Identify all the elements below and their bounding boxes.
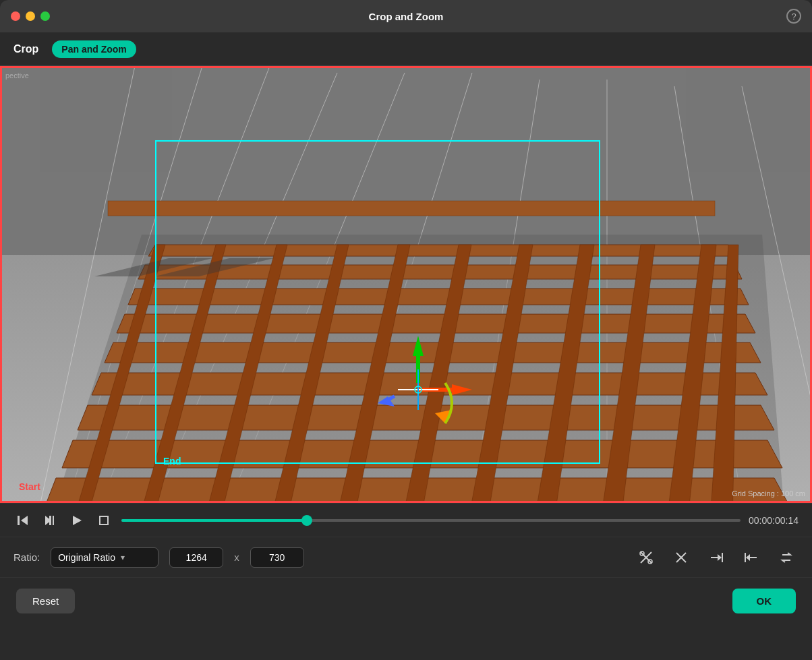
- timeline-track[interactable]: [121, 519, 741, 522]
- scene-svg: [0, 66, 812, 503]
- svg-marker-66: [746, 554, 750, 561]
- timeline-container: [121, 519, 741, 522]
- svg-marker-54: [73, 516, 82, 525]
- stop-button[interactable]: [94, 511, 113, 530]
- svg-rect-55: [100, 516, 108, 524]
- reset-button[interactable]: Reset: [16, 589, 75, 613]
- trim-right-button[interactable]: [704, 545, 728, 570]
- titlebar: Crop and Zoom ?: [0, 0, 812, 32]
- transport-bar: 00:00:00:14: [0, 503, 812, 537]
- svg-marker-19: [117, 314, 755, 333]
- svg-rect-53: [53, 516, 54, 525]
- height-input[interactable]: [250, 547, 304, 568]
- svg-marker-18: [128, 289, 749, 305]
- action-bar: Reset OK: [0, 577, 812, 624]
- grid-spacing-label: Grid Spacing : 100 cm: [732, 489, 805, 498]
- perspective-label: pective: [5, 71, 29, 80]
- width-input[interactable]: [169, 547, 223, 568]
- toolbar: Crop Pan and Zoom: [0, 32, 812, 66]
- close-x-button[interactable]: [669, 545, 693, 570]
- close-button[interactable]: [11, 11, 20, 21]
- timeline-fill: [121, 519, 307, 522]
- svg-rect-14: [108, 201, 715, 216]
- traffic-lights: [11, 11, 50, 21]
- trim-left-button[interactable]: [739, 545, 763, 570]
- ratio-bar: Ratio: Original Ratio ▾ x: [0, 537, 812, 577]
- timecode: 00:00:00:14: [749, 515, 799, 526]
- svg-marker-20: [105, 342, 761, 363]
- swap-button[interactable]: [774, 545, 799, 570]
- ratio-dropdown[interactable]: Original Ratio ▾: [51, 547, 158, 568]
- svg-marker-50: [21, 516, 28, 525]
- svg-rect-49: [18, 516, 20, 525]
- x-separator: x: [234, 551, 239, 563]
- play-button[interactable]: [67, 511, 86, 530]
- step-forward-button[interactable]: [40, 511, 59, 530]
- help-button[interactable]: ?: [786, 9, 801, 24]
- tab-pan-zoom[interactable]: Pan and Zoom: [52, 40, 136, 58]
- timeline-thumb[interactable]: [301, 515, 312, 526]
- svg-rect-3: [0, 66, 812, 255]
- maximize-button[interactable]: [40, 11, 50, 21]
- canvas-area: End Start pective Grid Spacing : 100 cm: [0, 66, 812, 503]
- ratio-selected: Original Ratio: [58, 552, 115, 563]
- tab-crop[interactable]: Crop: [13, 43, 38, 55]
- back-step-button[interactable]: [13, 511, 32, 530]
- window-title: Crop and Zoom: [369, 11, 444, 22]
- ok-button[interactable]: OK: [732, 589, 796, 613]
- ratio-label: Ratio:: [13, 551, 40, 563]
- minimize-button[interactable]: [26, 11, 35, 21]
- crop-scissors-button[interactable]: [634, 545, 658, 570]
- start-label: Start: [19, 481, 40, 492]
- svg-marker-63: [718, 554, 722, 561]
- chevron-down-icon: ▾: [121, 553, 125, 562]
